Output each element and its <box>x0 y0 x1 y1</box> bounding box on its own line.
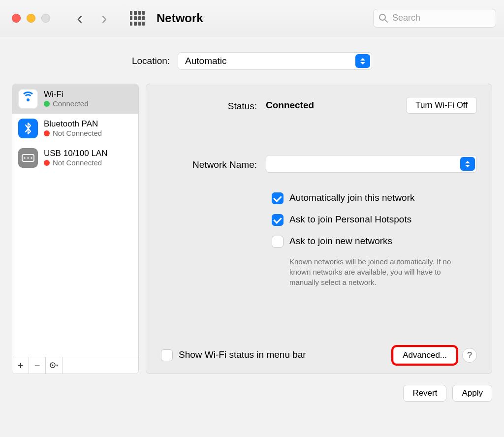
sidebar-item-status: Connected <box>44 99 89 108</box>
checkbox-label: Automatically join this network <box>289 192 415 203</box>
bluetooth-icon <box>18 119 38 138</box>
window-controls <box>12 14 50 23</box>
zoom-window-button[interactable] <box>41 14 50 23</box>
location-label: Location: <box>132 56 170 66</box>
search-icon <box>378 13 388 23</box>
interface-list-items: Wi-Fi Connected Bluetooth PAN <box>12 84 138 357</box>
sidebar-item-label: USB 10/100 LAN <box>44 149 107 158</box>
actions-icon <box>50 362 59 369</box>
ask-new-networks-checkbox[interactable]: Ask to join new networks Known networks … <box>272 236 469 287</box>
interface-list: Wi-Fi Connected Bluetooth PAN <box>12 84 139 374</box>
network-name-select[interactable] <box>266 155 477 173</box>
svg-point-3 <box>24 157 25 158</box>
workspace: Location: Automatic Wi-Fi <box>0 36 504 411</box>
checkbox-label: Ask to join new networks <box>289 236 392 247</box>
forward-button[interactable]: › <box>94 8 114 28</box>
checkbox-icon <box>272 214 284 226</box>
network-name-label: Network Name: <box>161 158 257 170</box>
checkbox-label: Show Wi-Fi status in menu bar <box>179 349 306 360</box>
add-interface-button[interactable]: + <box>12 357 29 374</box>
sidebar-item-wifi[interactable]: Wi-Fi Connected <box>12 84 138 114</box>
columns: Wi-Fi Connected Bluetooth PAN <box>12 84 492 374</box>
status-dot-icon <box>44 101 50 107</box>
sidebar-item-label: Bluetooth PAN <box>44 119 102 129</box>
status-dot-icon <box>44 130 50 136</box>
stepper-icon <box>460 157 475 171</box>
minimize-window-button[interactable] <box>27 14 35 23</box>
sidebar-item-label: Wi-Fi <box>44 90 89 99</box>
sidebar-item-bluetooth-pan[interactable]: Bluetooth PAN Not Connected <box>12 114 138 143</box>
toolbar-spacer <box>63 357 138 374</box>
apply-button[interactable]: Apply <box>452 385 492 402</box>
sidebar-panel: Wi-Fi Connected Bluetooth PAN <box>12 84 139 374</box>
ask-hotspots-checkbox[interactable]: Ask to join Personal Hotspots <box>272 214 469 226</box>
location-select[interactable]: Automatic <box>178 52 372 70</box>
stepper-icon <box>355 54 370 68</box>
menubar-status-checkbox[interactable]: Show Wi-Fi status in menu bar <box>161 349 393 361</box>
close-window-button[interactable] <box>12 14 21 23</box>
actions-menu-button[interactable] <box>46 357 63 374</box>
sidebar-item-usb-lan[interactable]: USB 10/100 LAN Not Connected <box>12 143 138 173</box>
sidebar-item-status: Not Connected <box>44 129 102 138</box>
search-input[interactable]: Search <box>373 9 496 28</box>
sidebar-item-status: Not Connected <box>44 158 107 167</box>
detail-footer: Show Wi-Fi status in menu bar Advanced..… <box>161 347 477 364</box>
titlebar: ‹ › Network Search <box>0 0 504 36</box>
location-row: Location: Automatic <box>12 47 492 75</box>
show-all-icon[interactable] <box>130 11 145 26</box>
auto-join-checkbox[interactable]: Automatically join this network <box>272 192 469 204</box>
checkbox-icon <box>161 349 173 361</box>
wifi-options: Automatically join this network Ask to j… <box>272 192 469 287</box>
search-placeholder: Search <box>392 13 420 23</box>
checkbox-icon <box>272 192 284 204</box>
sidebar-toolbar: + − <box>12 357 138 374</box>
footer-row: Revert Apply <box>12 385 492 402</box>
revert-button[interactable]: Revert <box>403 385 446 402</box>
status-value: Connected <box>266 100 314 111</box>
checkbox-description: Known networks will be joined automatica… <box>289 256 469 287</box>
checkbox-icon <box>272 236 284 248</box>
back-button[interactable]: ‹ <box>70 8 90 28</box>
svg-point-7 <box>52 365 53 366</box>
svg-line-1 <box>385 20 387 22</box>
wifi-toggle-button[interactable]: Turn Wi-Fi Off <box>406 97 477 114</box>
svg-point-0 <box>379 14 385 20</box>
status-label: Status: <box>161 99 257 112</box>
wifi-icon <box>18 89 38 109</box>
location-value: Automatic <box>185 56 226 66</box>
ethernet-icon <box>18 148 38 168</box>
svg-point-5 <box>31 157 32 158</box>
status-dot-icon <box>44 160 50 166</box>
checkbox-label: Ask to join Personal Hotspots <box>289 214 411 225</box>
svg-point-4 <box>27 157 29 158</box>
page-title: Network <box>157 11 203 25</box>
help-button[interactable]: ? <box>462 348 477 363</box>
advanced-button[interactable]: Advanced... <box>393 347 456 364</box>
remove-interface-button[interactable]: − <box>29 357 46 374</box>
detail-panel: Status: Connected Turn Wi-Fi Off Network… <box>146 84 492 374</box>
